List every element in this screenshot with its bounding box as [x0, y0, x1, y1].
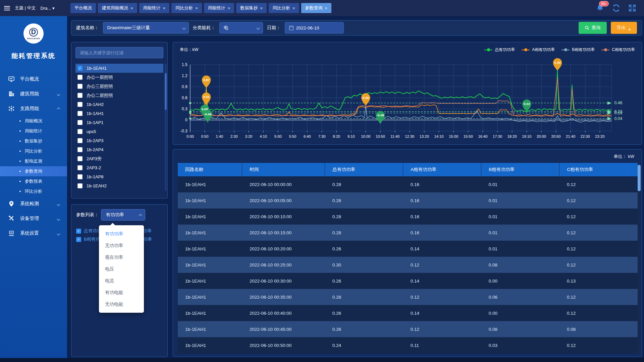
circuit-item-1b-2AP4[interactable]: 1b-2AP4 [75, 145, 163, 154]
tab-同比分析[interactable]: 同比分析× [269, 3, 299, 13]
checkbox[interactable]: ✓ [77, 66, 83, 71]
export-button[interactable]: 导出 ↓ [611, 22, 637, 34]
sidebar-subitem-数据集抄[interactable]: 数据集抄 [0, 136, 67, 146]
checkbox[interactable] [77, 84, 83, 89]
tab-close-icon[interactable]: × [195, 6, 198, 11]
svg-text:1:40: 1:40 [216, 134, 223, 138]
refresh-icon[interactable] [612, 4, 621, 12]
tab-label: 同比分析 [175, 5, 193, 11]
circuit-item-1b-2AP3[interactable]: 1b-2AP3 [75, 136, 163, 145]
parameter-select[interactable]: 有功功率 [101, 209, 145, 221]
energy-type-select[interactable]: 电 [219, 22, 263, 34]
circuit-item-1b-1AH2[interactable]: 1b-1AH2 [75, 100, 163, 109]
tab-close-icon[interactable]: × [260, 6, 263, 11]
checkbox[interactable] [77, 102, 83, 107]
circuit-item-办公三层照明[interactable]: 办公三层照明 [75, 82, 163, 91]
circuit-search-input[interactable] [75, 47, 163, 58]
table-cell: 0.16 [403, 208, 481, 225]
sidebar-subitem-用能概况[interactable]: 用能概况 [0, 116, 67, 126]
circuit-item-1b-1AP8[interactable]: 1b-1AP8 [75, 172, 163, 181]
sidebar-subitem-参数报表[interactable]: 参数报表 [0, 176, 67, 186]
sidebar-subitem-环比分析[interactable]: 环比分析 [0, 186, 67, 196]
sidebar-item-建筑用能[interactable]: 建筑用能 [0, 86, 67, 101]
circuit-item-办公一层照明[interactable]: 办公一层照明 [75, 73, 163, 82]
sidebar-item-系统检测[interactable]: 系统检测 [0, 196, 67, 211]
tab-close-icon[interactable]: × [325, 6, 328, 11]
circuit-item-1b-1EAH2[interactable]: 1b-1EAH2 [75, 181, 163, 190]
power-line-chart[interactable]: -0.300.30.60.91.21.50:000:501:402:303:20… [173, 53, 642, 142]
theme-switch[interactable]: 主题 | 中文 [15, 5, 36, 11]
legend-item-A相有功功率[interactable]: A相有功功率 [522, 47, 555, 53]
circuit-item-1b-1AP1[interactable]: 1b-1AP1 [75, 118, 163, 127]
circuit-item-ups5[interactable]: ups5 [75, 127, 163, 136]
checkbox[interactable] [77, 138, 83, 143]
circuit-item-办公二层照明[interactable]: 办公二层照明 [75, 91, 163, 100]
tab-平台概况[interactable]: 平台概况 [70, 3, 96, 13]
legend-item-C相有功功率[interactable]: C相有功功率 [601, 47, 635, 53]
sidebar-item-支路用能[interactable]: 支路用能 [0, 101, 67, 116]
circuit-item-label: 1b-1AH1 [87, 111, 104, 116]
tab-close-icon[interactable]: × [130, 6, 133, 11]
tab-数据集抄[interactable]: 数据集抄× [236, 3, 267, 13]
sidebar-subitem-参数查询[interactable]: 参数查询 [0, 166, 67, 176]
dropdown-option-无功电能[interactable]: 无功电能 [99, 298, 144, 310]
sidebar-item-label: 系统检测 [20, 201, 57, 207]
checkbox[interactable] [77, 165, 83, 170]
circuit-item-1b-1EAH1[interactable]: ✓1b-1EAH1 [75, 64, 163, 73]
dropdown-option-电流[interactable]: 电流 [99, 275, 144, 287]
building-select[interactable]: DraexImaier三级计量 [103, 22, 189, 34]
tab-用能统计[interactable]: 用能统计× [204, 3, 234, 13]
readings-table: 回路名称时间总有功功率A相有功功率B相有功功率C相有功功率 1b-1EAH120… [178, 163, 638, 353]
table-cell: 2022-06-10 00:30:00 [242, 273, 325, 289]
svg-text:20:50: 20:50 [551, 134, 560, 138]
bottom-strip [0, 358, 644, 362]
tab-close-icon[interactable]: × [163, 6, 166, 11]
sidebar-subitem-用能统计[interactable]: 用能统计 [0, 126, 67, 136]
sidebar-subitem-同比分析[interactable]: 同比分析 [0, 146, 67, 156]
table-scrollbar[interactable] [638, 165, 641, 352]
circuit-item-2AP3旁[interactable]: 2AP3旁 [75, 154, 163, 163]
checkbox[interactable] [77, 174, 83, 179]
sidebar-item-设备管理[interactable]: 设备管理 [0, 211, 67, 226]
dropdown-option-视在功率[interactable]: 视在功率 [99, 251, 144, 263]
legend-item-B相有功功率[interactable]: B相有功功率 [561, 47, 595, 53]
checkbox[interactable] [77, 147, 83, 152]
hamburger-menu-icon[interactable] [4, 5, 10, 11]
checkbox[interactable] [77, 93, 83, 98]
table-row: 1b-1EAH12022-06-10 00:05:000.280.160.010… [178, 192, 638, 208]
circuit-item-label: ups5 [87, 129, 96, 134]
legend-item-总有功功率[interactable]: 总有功功率 [484, 47, 515, 53]
dropdown-option-有功功率[interactable]: 有功功率 [99, 228, 144, 240]
notification-bell-icon[interactable]: 99+ [596, 4, 604, 12]
tab-close-icon[interactable]: × [292, 6, 295, 11]
user-menu[interactable]: Dra... ▾ [41, 6, 55, 11]
checkbox[interactable] [77, 156, 83, 161]
tab-同比分析[interactable]: 同比分析× [171, 3, 202, 13]
checkbox[interactable] [77, 75, 83, 80]
checkbox[interactable] [77, 111, 83, 116]
tab-建筑用能概况[interactable]: 建筑用能概况× [98, 3, 137, 13]
sidebar-subitem-配电监测[interactable]: 配电监测 [0, 156, 67, 166]
dropdown-option-电压[interactable]: 电压 [99, 263, 144, 275]
dropdown-option-有功电能[interactable]: 有功电能 [99, 287, 144, 298]
tab-close-icon[interactable]: × [228, 6, 230, 11]
circuit-item-2AP3-2[interactable]: 2AP3-2 [75, 163, 163, 172]
checkbox[interactable]: ✓ [76, 237, 81, 242]
sidebar-item-系统设置[interactable]: 系统设置 [0, 226, 67, 241]
checkbox[interactable] [77, 129, 83, 134]
circuit-list-scrollbar[interactable] [165, 64, 167, 191]
dropdown-option-无功功率[interactable]: 无功功率 [99, 240, 144, 251]
tab-用能统计[interactable]: 用能统计× [139, 3, 170, 13]
calendar-icon [289, 26, 293, 30]
checkbox[interactable] [77, 120, 83, 125]
query-button[interactable]: 查询 [579, 22, 607, 34]
table-cell: 0.12 [403, 321, 481, 337]
table-cell: 0.16 [403, 176, 481, 192]
checkbox[interactable]: ✓ [76, 229, 81, 234]
fullscreen-icon[interactable] [628, 4, 637, 12]
checkbox[interactable] [77, 183, 83, 188]
circuit-item-1b-1AH1[interactable]: 1b-1AH1 [75, 109, 163, 118]
sidebar-item-平台概况[interactable]: 平台概况 [0, 72, 67, 86]
date-picker[interactable]: 2022-06-10 [285, 22, 344, 34]
tab-参数查询[interactable]: 参数查询× [301, 3, 332, 13]
